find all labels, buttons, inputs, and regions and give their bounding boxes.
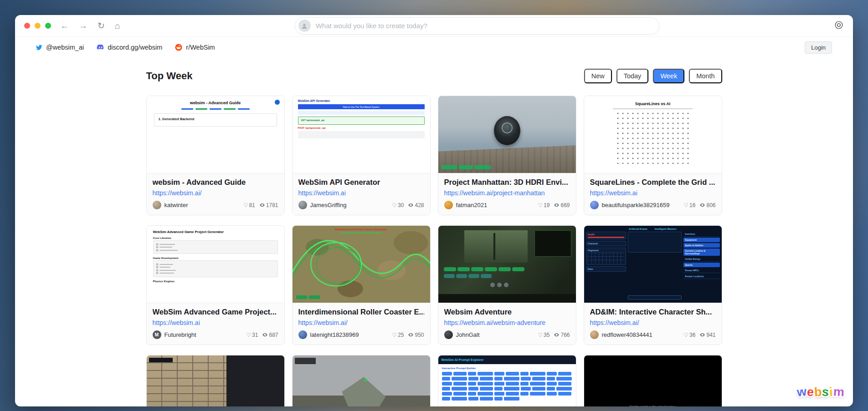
card-url[interactable]: https://websim.ai/ xyxy=(298,319,424,326)
author-avatar xyxy=(590,201,599,209)
author-avatar xyxy=(590,330,599,339)
prompt-pill-grid xyxy=(442,372,572,401)
settings-icon[interactable] xyxy=(834,20,844,32)
likes-icon: ♡ xyxy=(538,332,543,338)
discord-icon xyxy=(96,43,104,51)
card-thumbnail xyxy=(293,355,430,406)
card-author[interactable]: latenight18238969 xyxy=(298,330,359,339)
login-button[interactable]: Login xyxy=(805,41,832,54)
card-stats: ♡35 766 xyxy=(538,332,570,338)
time-filters: New Today Week Month xyxy=(584,69,722,83)
settings-panel xyxy=(226,355,284,406)
cards-grid: websim - Advanced Guide 1. Generated Bac… xyxy=(146,96,722,406)
views-icon xyxy=(554,202,560,208)
card-thumbnail: Find the portals in this surreal journey… xyxy=(584,355,722,406)
card-title: Project Manhattan: 3D HDRI Envi... xyxy=(444,178,570,187)
card-project-manhattan[interactable]: Project Manhattan: 3D HDRI Envi... https… xyxy=(438,96,576,215)
views-icon xyxy=(259,202,265,208)
card-author[interactable]: beautifulsparkle38291659 xyxy=(590,201,670,209)
card-url[interactable]: https://websim.ai/websim-adventure xyxy=(444,319,570,326)
card-stats: ♡16 806 xyxy=(683,202,715,208)
card-roller-coaster[interactable]: Interdimensional Roller Coaster Experien… xyxy=(292,225,431,345)
coaster-track xyxy=(293,226,430,303)
card-stats: ♡36 941 xyxy=(683,332,715,338)
maximize-window-button[interactable] xyxy=(45,23,51,29)
card-url[interactable]: https://websim.ai/ xyxy=(153,189,278,197)
search-input[interactable]: What would you like to create today? xyxy=(295,17,659,35)
likes-icon: ♡ xyxy=(392,332,397,338)
card-url[interactable]: https://websim.ai xyxy=(298,189,424,197)
scene-photo xyxy=(464,230,528,263)
likes-icon: ♡ xyxy=(243,202,248,208)
author-avatar xyxy=(298,201,307,209)
filter-week[interactable]: Week xyxy=(653,69,684,83)
card-author[interactable]: JamesGriffing xyxy=(298,201,347,209)
card-stats: ♡30 428 xyxy=(392,202,424,208)
card-url[interactable]: https://websim.ai xyxy=(590,189,716,197)
likes-icon: ♡ xyxy=(683,202,688,208)
back-icon[interactable]: ← xyxy=(60,21,69,30)
card-thumbnail xyxy=(438,96,576,173)
likes-icon: ♡ xyxy=(683,332,688,338)
forward-icon[interactable]: → xyxy=(79,21,87,30)
views-icon xyxy=(699,202,705,208)
card-websim-adventure[interactable]: Websim Adventure https://websim.ai/websi… xyxy=(438,225,576,345)
search-wrap: What would you like to create today? xyxy=(129,17,825,35)
card-game-project-generator[interactable]: WebSim Advanced Game Project Generator C… xyxy=(146,225,285,345)
card-prompt-explorer[interactable]: WebSim AI Prompt Explorer Interactive Pr… xyxy=(438,355,576,406)
card-thumbnail: Artificial DramaIntelligent Masters Heal… xyxy=(584,226,722,303)
main-content: Top Week New Today Week Month websim - A… xyxy=(15,58,853,406)
card-portal-journey[interactable]: Find the portals in this surreal journey… xyxy=(584,355,722,406)
reddit-link[interactable]: r/WebSim xyxy=(175,43,215,51)
card-author[interactable]: MFuturebright xyxy=(153,330,196,339)
views-icon xyxy=(262,332,268,338)
views-icon xyxy=(408,332,414,338)
card-thumbnail: WebSim API Generator How to Use The Text… xyxy=(293,96,430,173)
card-url[interactable]: https://websim.ai/project-manhattan xyxy=(444,189,570,197)
author-avatar xyxy=(298,330,307,339)
card-lowpoly-3d[interactable] xyxy=(292,355,431,406)
discord-label: discord.gg/websim xyxy=(108,44,162,51)
filter-today[interactable]: Today xyxy=(616,69,649,83)
card-websim-api-generator[interactable]: WebSim API Generator How to Use The Text… xyxy=(292,96,431,215)
discord-link[interactable]: discord.gg/websim xyxy=(96,43,162,51)
close-window-button[interactable] xyxy=(24,23,30,29)
card-stats: ♡25 950 xyxy=(392,332,424,338)
filter-new[interactable]: New xyxy=(584,69,612,83)
refresh-icon[interactable]: ↻ xyxy=(98,21,105,30)
3d-model xyxy=(342,377,385,406)
card-url[interactable]: https://websim.ai/ xyxy=(590,319,716,326)
nav-buttons: ← → ↻ ⌂ xyxy=(60,21,120,30)
terminal-box xyxy=(534,230,572,256)
card-author[interactable]: katwinter xyxy=(153,201,188,209)
card-brick-texture-tool[interactable] xyxy=(146,355,285,406)
views-icon xyxy=(699,332,705,338)
author-avatar xyxy=(444,330,453,339)
twitter-link[interactable]: @websim_ai xyxy=(35,44,84,51)
card-url[interactable]: https://websim.ai xyxy=(153,319,278,326)
card-stats: ♡81 1781 xyxy=(243,202,278,208)
card-websim-advanced-guide[interactable]: websim - Advanced Guide 1. Generated Bac… xyxy=(146,96,285,215)
card-title: WebSim Advanced Game Project... xyxy=(153,308,278,316)
views-icon xyxy=(408,202,414,208)
card-author[interactable]: JohnGalt xyxy=(444,330,480,339)
likes-icon: ♡ xyxy=(538,202,543,208)
card-author[interactable]: redflower40834441 xyxy=(590,330,652,339)
likes-icon: ♡ xyxy=(246,332,251,338)
card-thumbnail: websim - Advanced Guide 1. Generated Bac… xyxy=(147,96,284,173)
filter-month[interactable]: Month xyxy=(689,69,722,83)
card-title: Websim Adventure xyxy=(444,308,570,316)
card-author[interactable]: fatman2021 xyxy=(444,201,488,209)
card-stats: ♡19 669 xyxy=(538,202,570,208)
home-icon[interactable]: ⌂ xyxy=(115,21,120,30)
command-input xyxy=(628,295,682,299)
card-squarelines[interactable]: SquareLines vs AI SquareLines - Complete… xyxy=(584,96,722,215)
card-thumbnail: WebSim Advanced Game Project Generator C… xyxy=(147,226,284,303)
hdri-sphere xyxy=(494,116,520,145)
card-title: SquareLines - Complete the Grid ... xyxy=(590,178,716,187)
browser-window: ← → ↻ ⌂ What would you like to create to… xyxy=(15,15,853,406)
likes-icon: ♡ xyxy=(392,202,397,208)
card-adim-character-sheet[interactable]: Artificial DramaIntelligent Masters Heal… xyxy=(584,225,722,345)
minimize-window-button[interactable] xyxy=(35,23,41,29)
reddit-icon xyxy=(175,43,183,51)
